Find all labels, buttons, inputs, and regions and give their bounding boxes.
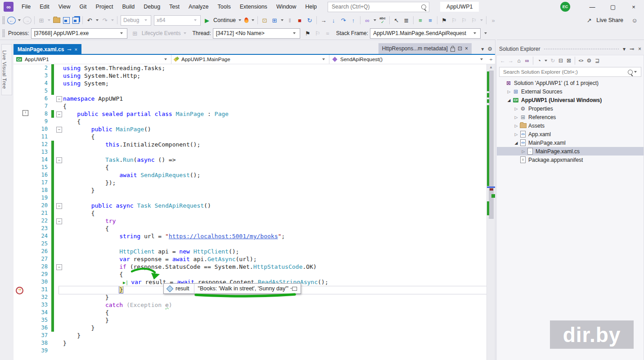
quick-search-input[interactable] xyxy=(331,3,421,10)
code-line-38[interactable]: 38} xyxy=(14,339,487,347)
fold-margin[interactable] xyxy=(54,179,63,187)
stop-icon[interactable]: ■ xyxy=(295,15,305,25)
solution-search-box[interactable] xyxy=(499,67,641,77)
solution-search-input[interactable] xyxy=(502,69,628,75)
tab-list-caret-icon[interactable]: ▾ xyxy=(481,46,484,52)
dropdown-caret-icon[interactable] xyxy=(96,19,99,21)
breakpoint-margin[interactable] xyxy=(14,271,32,278)
breakpoint-margin[interactable] xyxy=(14,232,32,240)
scroll-up-icon[interactable]: ▲ xyxy=(487,64,495,71)
breakpoint-margin[interactable] xyxy=(14,278,32,286)
fold-margin[interactable]: − xyxy=(54,156,63,164)
code-line-35[interactable]: 35 } xyxy=(14,316,487,324)
save-all-icon[interactable] xyxy=(72,17,79,24)
collapsed-arrow-icon[interactable]: ▷ xyxy=(513,115,519,120)
tree-item-package-appxmanifest[interactable]: ≡Package.appxmanifest xyxy=(497,156,644,164)
nav-forward-icon[interactable]: → xyxy=(23,17,32,24)
tree-item-mainpage-xaml-cs[interactable]: ▷→MainPage.xaml.cs xyxy=(497,147,644,156)
tree-item-properties[interactable]: ▷⚙Properties xyxy=(497,104,644,113)
code-line-14[interactable]: 14− Task.Run(async () => xyxy=(14,156,487,164)
thread-combo[interactable]: [34712] <No Name> xyxy=(213,28,300,39)
collapsed-arrow-icon[interactable]: ▷ xyxy=(513,132,519,137)
breakpoint-margin[interactable] xyxy=(14,118,32,125)
collapse-region-icon[interactable]: − xyxy=(56,127,62,133)
panel-pin-icon[interactable]: ⊸ xyxy=(630,46,634,52)
step-over-icon[interactable]: ↷ xyxy=(338,15,348,25)
collapsed-arrow-icon[interactable]: ▷ xyxy=(506,89,512,94)
project-dropdown[interactable]: C# AppUWP1 xyxy=(14,55,171,64)
split-window-icon[interactable]: ÷ xyxy=(487,55,495,64)
account-avatar[interactable]: EC xyxy=(560,2,570,12)
breakpoint-current-statement-icon[interactable]: ➔ xyxy=(16,287,23,294)
collapse-region-icon[interactable]: − xyxy=(56,218,62,224)
fold-margin[interactable] xyxy=(54,278,63,286)
fold-margin[interactable] xyxy=(54,87,63,95)
menu-item-test[interactable]: Test xyxy=(165,0,184,13)
breakpoint-margin[interactable] xyxy=(14,171,32,179)
code-line-20[interactable]: 20− public async Task SendApiRequest() xyxy=(14,202,487,209)
code-text[interactable]: { xyxy=(63,102,487,110)
code-text[interactable]: await SendApiRequest(); xyxy=(63,171,487,179)
breakpoint-margin[interactable] xyxy=(14,339,32,347)
code-line-11[interactable]: 11 { xyxy=(14,133,487,141)
collapse-region-icon[interactable]: − xyxy=(56,111,62,117)
breakpoint-margin[interactable] xyxy=(14,309,32,316)
fold-margin[interactable] xyxy=(54,293,63,301)
feedback-icon[interactable]: ☺ xyxy=(630,15,639,25)
code-line-15[interactable]: 15 { xyxy=(14,164,487,171)
nav-back-icon[interactable]: ← xyxy=(7,17,16,24)
breakpoint-margin[interactable] xyxy=(14,194,32,202)
fold-margin[interactable] xyxy=(54,133,63,141)
dropdown-caret-icon[interactable] xyxy=(18,19,21,21)
dropdown-caret-icon[interactable] xyxy=(545,60,547,62)
code-text[interactable] xyxy=(63,240,487,248)
code-text[interactable]: { xyxy=(63,133,487,141)
code-text[interactable]: { xyxy=(63,225,487,232)
code-line-7[interactable]: 7{ xyxy=(14,102,487,110)
prev-bookmark-icon[interactable]: ⚐ xyxy=(449,15,459,25)
fold-margin[interactable] xyxy=(54,102,63,110)
code-text[interactable]: public sealed partial class MainPage : P… xyxy=(63,110,487,118)
code-text[interactable]: { xyxy=(63,164,487,171)
fold-margin[interactable] xyxy=(54,164,63,171)
code-text[interactable] xyxy=(63,194,487,202)
search-options-caret-icon[interactable] xyxy=(634,71,637,73)
code-line-27[interactable]: 27 var response = await api.GetAsync(url… xyxy=(14,255,487,263)
code-editor[interactable]: 2using System.Threading.Tasks;3using Sys… xyxy=(14,64,495,360)
code-text[interactable] xyxy=(63,347,487,355)
breakpoint-margin[interactable] xyxy=(14,87,32,95)
menu-item-edit[interactable]: Edit xyxy=(35,0,54,13)
fold-margin[interactable] xyxy=(54,316,63,324)
fold-margin[interactable] xyxy=(54,339,63,347)
code-line-21[interactable]: 21 { xyxy=(14,209,487,217)
fold-margin[interactable]: − xyxy=(54,110,63,118)
fold-margin[interactable]: − xyxy=(54,125,63,133)
breakpoint-margin[interactable] xyxy=(14,202,32,209)
code-text[interactable]: } xyxy=(63,316,487,324)
collapsed-arrow-icon[interactable]: ▷ xyxy=(513,107,519,111)
interactive-mode-icon[interactable]: ≣ xyxy=(401,15,411,25)
new-project-icon[interactable]: ⊞ xyxy=(36,15,46,25)
format-document-icon[interactable]: ≡ xyxy=(415,15,425,25)
tree-item-app-xaml[interactable]: ▷<>App.xaml xyxy=(497,130,644,138)
menu-item-debug[interactable]: Debug xyxy=(139,0,165,13)
panel-drag-grip[interactable] xyxy=(544,48,619,50)
breakpoint-margin[interactable] xyxy=(14,80,32,87)
live-visual-tree-tab[interactable]: Live Visual Tree xyxy=(1,44,12,95)
code-line-26[interactable]: 26 HttpClient api = new HttpClient(); xyxy=(14,248,487,255)
dropdown-caret-icon[interactable] xyxy=(480,19,483,21)
code-line-16[interactable]: 16 await SendApiRequest(); xyxy=(14,171,487,179)
fold-margin[interactable] xyxy=(54,148,63,156)
breakpoint-margin[interactable] xyxy=(14,72,32,80)
configuration-combo[interactable]: Debug xyxy=(121,15,151,26)
fold-margin[interactable] xyxy=(54,332,63,339)
code-text[interactable]: { xyxy=(63,271,487,278)
code-line-34[interactable]: 34 { xyxy=(14,309,487,316)
menu-item-file[interactable]: File xyxy=(17,0,35,13)
code-line-5[interactable]: 5 xyxy=(14,87,487,95)
tree-item-mainpage-xaml[interactable]: ◢<>MainPage.xaml xyxy=(497,138,644,147)
collapsed-arrow-icon[interactable]: ▷ xyxy=(513,124,519,128)
next-bookmark-icon[interactable]: ⚐ xyxy=(459,15,469,25)
collapse-region-icon[interactable]: − xyxy=(56,264,62,270)
menu-item-git[interactable]: Git xyxy=(75,0,91,13)
